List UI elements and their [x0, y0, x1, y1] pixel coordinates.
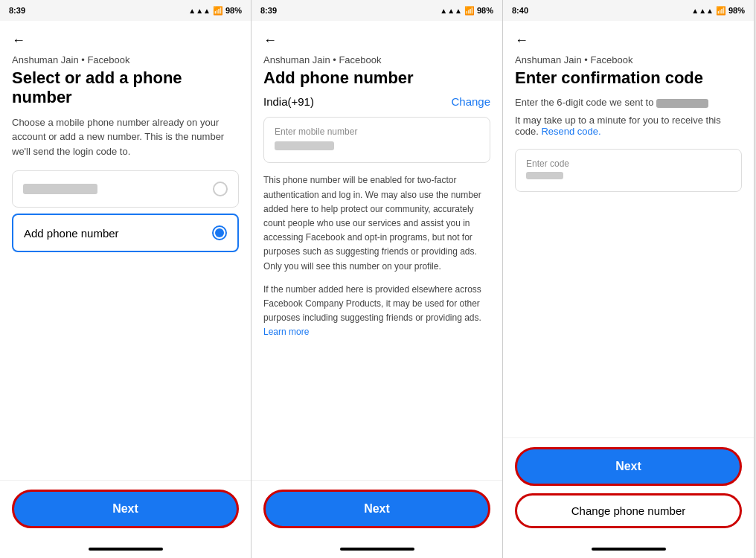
battery-text-1: 98%	[225, 6, 242, 15]
battery-text-2: 98%	[477, 6, 493, 15]
mobile-input-field[interactable]: Enter mobile number	[263, 117, 490, 163]
add-phone-radio[interactable]	[212, 225, 227, 240]
status-time-1: 8:39	[9, 6, 25, 15]
phone-list-1: Add phone number	[12, 170, 239, 252]
resend-link[interactable]: Resend code.	[541, 126, 600, 137]
screen1: 8:39 ▲▲▲ 📶 98% ← Anshuman Jain • Faceboo…	[0, 0, 252, 558]
status-icons-1: ▲▲▲ 📶 98%	[188, 6, 242, 16]
subtitle-prefix: Enter the 6-digit code we sent to	[515, 97, 653, 108]
nav-pill-1	[89, 548, 163, 551]
signal-icon-2: ▲▲▲	[440, 7, 462, 15]
change-phone-button[interactable]: Change phone number	[515, 493, 742, 528]
info-text-1: This phone number will be enabled for tw…	[263, 173, 490, 273]
change-country-link[interactable]: Change	[451, 95, 490, 108]
mobile-input-label: Enter mobile number	[275, 126, 479, 137]
back-button-1[interactable]: ←	[12, 33, 25, 48]
screen2: 8:39 ▲▲▲ 📶 98% ← Anshuman Jain • Faceboo…	[252, 0, 503, 558]
status-icons-3: ▲▲▲ 📶 98%	[691, 6, 745, 16]
confirmation-subtitle: Enter the 6-digit code we sent to	[515, 95, 742, 110]
next-button-2[interactable]: Next	[263, 490, 490, 528]
country-label: India(+91)	[263, 95, 314, 108]
add-phone-item[interactable]: Add phone number	[12, 214, 239, 252]
account-label-3: Anshuman Jain • Facebook	[515, 54, 742, 65]
status-bar-3: 8:40 ▲▲▲ 📶 98%	[503, 0, 754, 21]
signal-icon: ▲▲▲	[188, 7, 211, 15]
nav-pill-3	[592, 548, 666, 551]
content-area-1: ← Anshuman Jain • Facebook Select or add…	[0, 21, 251, 480]
country-row: India(+91) Change	[263, 95, 490, 108]
account-label-2: Anshuman Jain • Facebook	[263, 54, 490, 65]
screen-subtitle-1: Choose a mobile phone number already on …	[12, 115, 239, 159]
info-text-2-content: If the number added here is provided els…	[263, 284, 481, 323]
wifi-icon: 📶	[213, 6, 223, 16]
existing-phone-radio[interactable]	[213, 182, 228, 196]
nav-bar-1	[0, 543, 251, 558]
resend-text: It may take up to a minute for you to re…	[515, 115, 742, 137]
screen3: 8:40 ▲▲▲ 📶 98% ← Anshuman Jain • Faceboo…	[503, 0, 755, 558]
wifi-icon-2: 📶	[464, 6, 475, 16]
code-blur	[526, 172, 563, 179]
back-button-2[interactable]: ←	[263, 33, 277, 48]
existing-phone-item[interactable]	[12, 170, 239, 208]
screen-title-2: Add phone number	[263, 68, 490, 88]
mobile-input-blur	[275, 141, 334, 150]
status-bar-2: 8:39 ▲▲▲ 📶 98%	[252, 0, 502, 21]
back-button-3[interactable]: ←	[515, 33, 528, 48]
content-area-3: ← Anshuman Jain • Facebook Enter confirm…	[503, 21, 754, 437]
wifi-icon-3: 📶	[716, 6, 726, 16]
code-input-field[interactable]: Enter code	[515, 149, 742, 192]
nav-bar-2	[252, 543, 502, 558]
nav-bar-3	[503, 543, 754, 558]
bottom-area-2: Next	[252, 480, 502, 543]
radio-inner-dot	[215, 228, 224, 237]
screen-title-3: Enter confirmation code	[515, 68, 742, 88]
battery-text-3: 98%	[728, 6, 745, 15]
phone-number-blur-3	[656, 99, 708, 108]
account-label-1: Anshuman Jain • Facebook	[12, 54, 239, 65]
next-button-1[interactable]: Next	[12, 490, 239, 528]
bottom-area-1: Next	[0, 480, 251, 543]
nav-pill-2	[340, 548, 414, 551]
screen-title-1: Select or add a phone number	[12, 68, 239, 108]
status-time-3: 8:40	[512, 6, 528, 15]
info-text-2: If the number added here is provided els…	[263, 283, 490, 340]
status-icons-2: ▲▲▲ 📶 98%	[440, 6, 493, 16]
next-button-3[interactable]: Next	[515, 447, 742, 486]
status-bar-1: 8:39 ▲▲▲ 📶 98%	[0, 0, 251, 21]
signal-icon-3: ▲▲▲	[691, 7, 714, 15]
bottom-area-3: Next Change phone number	[503, 437, 754, 543]
content-area-2: ← Anshuman Jain • Facebook Add phone num…	[252, 21, 502, 480]
existing-phone-blur	[23, 184, 97, 194]
status-time-2: 8:39	[260, 6, 277, 15]
learn-more-link[interactable]: Learn more	[263, 327, 309, 337]
add-phone-label: Add phone number	[24, 227, 119, 240]
code-input-label: Enter code	[526, 158, 731, 169]
